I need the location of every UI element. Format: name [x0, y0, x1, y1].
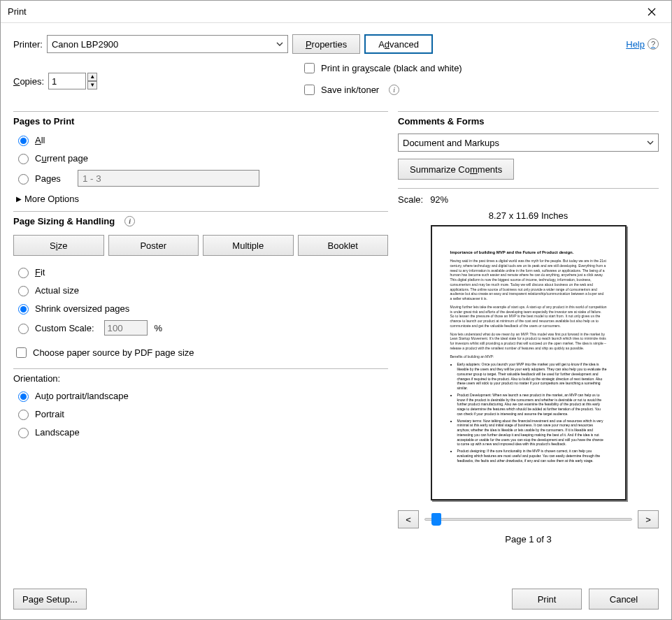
sizing-title: Page Sizing & Handling i: [13, 211, 388, 231]
scale-value: 92%: [430, 194, 448, 205]
copies-up[interactable]: ▲: [87, 73, 97, 81]
choose-paper-checkbox[interactable]: [16, 347, 27, 358]
more-options-toggle[interactable]: ▶ More Options: [13, 189, 388, 211]
fit-row[interactable]: Fit: [13, 263, 388, 281]
pages-range-radio[interactable]: [18, 174, 29, 185]
printer-label: Printer:: [13, 39, 43, 50]
custom-scale-radio[interactable]: [18, 324, 29, 334]
orientation-auto-radio[interactable]: [18, 391, 29, 402]
chevron-down-icon: [276, 41, 283, 48]
chevron-down-icon: [647, 139, 654, 146]
pages-to-print-title: Pages to Print: [13, 111, 388, 131]
page-indicator: Page 1 of 3: [398, 534, 659, 545]
shrink-radio[interactable]: [18, 304, 29, 315]
pages-all-radio[interactable]: [18, 136, 29, 146]
size-button[interactable]: Size: [13, 235, 104, 256]
orientation-auto-row[interactable]: Auto portrait/landscape: [13, 387, 388, 405]
booklet-button[interactable]: Booklet: [298, 235, 389, 256]
actual-size-radio[interactable]: [18, 286, 29, 296]
orientation-portrait-row[interactable]: Portrait: [13, 405, 388, 423]
grayscale-checkbox-row[interactable]: Print in grayscale (black and white): [301, 61, 462, 75]
comments-dropdown[interactable]: Document and Markups: [398, 134, 659, 152]
window-title: Print: [8, 6, 638, 17]
properties-button[interactable]: Properties: [292, 34, 360, 54]
copies-spinner[interactable]: ▲ ▼: [48, 73, 97, 89]
pages-range-input[interactable]: [78, 170, 259, 187]
page-setup-button[interactable]: Page Setup...: [13, 589, 87, 610]
orientation-portrait-radio[interactable]: [18, 410, 29, 420]
close-icon: [648, 8, 656, 16]
cancel-button[interactable]: Cancel: [589, 589, 659, 610]
scale-label: Scale:: [398, 194, 423, 205]
multiple-button[interactable]: Multiple: [203, 235, 294, 256]
comments-title: Comments & Forms: [398, 111, 659, 131]
preview-prev-button[interactable]: <: [398, 510, 419, 528]
info-icon[interactable]: i: [389, 85, 399, 95]
page-dimensions: 8.27 x 11.69 Inches: [398, 209, 659, 225]
help-icon: ?: [648, 38, 659, 50]
help-link[interactable]: Help ?: [626, 38, 659, 50]
custom-scale-row[interactable]: Custom Scale: %: [13, 317, 388, 338]
orientation-landscape-radio[interactable]: [18, 428, 29, 438]
custom-scale-input[interactable]: [104, 320, 148, 336]
triangle-right-icon: ▶: [16, 195, 22, 203]
actual-size-row[interactable]: Actual size: [13, 281, 388, 299]
grayscale-checkbox[interactable]: [304, 63, 315, 73]
copies-input[interactable]: [48, 73, 86, 89]
copies-label: Copies:: [13, 76, 44, 87]
titlebar: Print: [1, 1, 671, 23]
pages-current-radio[interactable]: [18, 154, 29, 164]
fit-radio[interactable]: [18, 268, 29, 278]
slider-thumb[interactable]: [431, 513, 441, 526]
page-preview: Importance of building MVP and the Futur…: [431, 225, 627, 500]
printer-select[interactable]: Canon LBP2900: [47, 35, 288, 53]
save-ink-checkbox-row[interactable]: Save ink/toner i: [301, 82, 462, 97]
advanced-button[interactable]: Advanced: [364, 34, 433, 54]
save-ink-checkbox[interactable]: [304, 85, 315, 95]
print-button[interactable]: Print: [512, 589, 582, 610]
orientation-landscape-row[interactable]: Landscape: [13, 423, 388, 441]
choose-paper-row[interactable]: Choose paper source by PDF page size: [13, 345, 388, 360]
copies-down[interactable]: ▼: [87, 81, 97, 89]
pages-range-row[interactable]: Pages: [13, 167, 388, 189]
preview-next-button[interactable]: >: [638, 510, 659, 528]
close-button[interactable]: [638, 1, 666, 22]
printer-value: Canon LBP2900: [52, 39, 118, 50]
pages-current-row[interactable]: Current page: [13, 149, 388, 167]
shrink-row[interactable]: Shrink oversized pages: [13, 299, 388, 317]
info-icon[interactable]: i: [124, 216, 135, 226]
summarize-comments-button[interactable]: Summarize Comments: [398, 159, 514, 180]
preview-page-slider[interactable]: [424, 518, 632, 521]
orientation-title: Orientation:: [13, 368, 388, 387]
poster-button[interactable]: Poster: [108, 235, 199, 256]
pages-all-row[interactable]: All: [13, 131, 388, 149]
